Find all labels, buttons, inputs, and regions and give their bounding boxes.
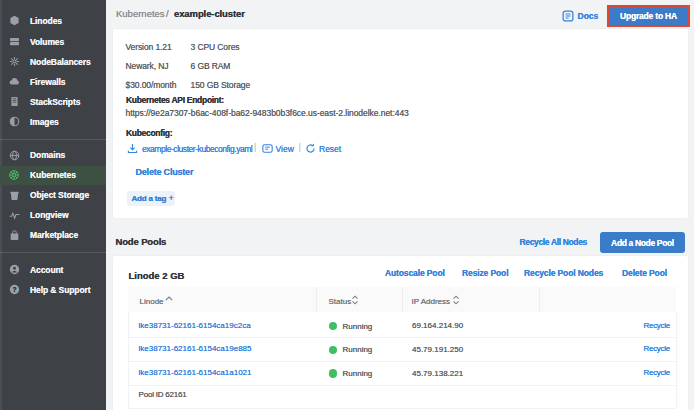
svg-text:?: ? (12, 286, 16, 293)
